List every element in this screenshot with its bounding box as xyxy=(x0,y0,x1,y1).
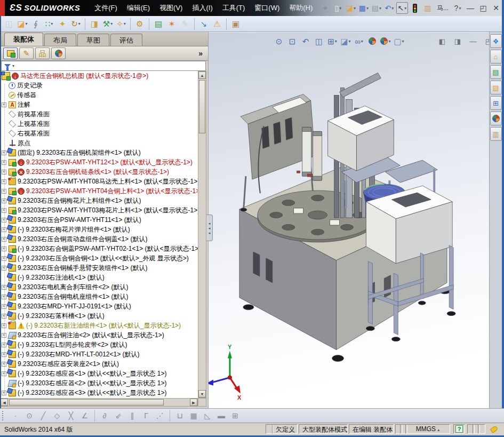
tree-item[interactable]: 历史记录 xyxy=(0,81,198,90)
menu-insert[interactable]: 插入(I) xyxy=(187,1,217,15)
tree-item[interactable]: 右视基准面 xyxy=(0,129,198,138)
menu-view[interactable]: 视图(V) xyxy=(155,1,187,15)
appearances-icon[interactable]: ▣ xyxy=(230,18,242,30)
open-icon[interactable]: ◪▾ xyxy=(345,2,357,14)
more-panels-button[interactable]: » xyxy=(198,49,203,58)
undo-icon[interactable]: ↶▾ xyxy=(383,2,395,14)
scroll-left-button[interactable]: ◀ xyxy=(1,399,8,406)
window-restore-button[interactable]: ◰ xyxy=(477,2,489,14)
pin-icon[interactable]: ✦ xyxy=(319,2,331,14)
plane-icon[interactable]: ▬ xyxy=(215,410,227,422)
snap-dots-icon[interactable]: ⋰ xyxy=(154,410,166,422)
tree-item[interactable]: +(-) 9.23203右压合铜合铜<1> (默认<<默认>_外观 显示状态>) xyxy=(0,253,198,263)
mate-icon[interactable]: ∮ xyxy=(30,18,42,30)
window-close-button[interactable]: ✕ xyxy=(490,2,502,14)
view-orientation-icon[interactable]: ⊞▾ xyxy=(326,35,338,47)
displaymanager-tab[interactable] xyxy=(51,47,66,59)
new-document-icon[interactable]: ▯▾ xyxy=(332,2,344,14)
dropdown-arrow-icon[interactable]: ▾ xyxy=(366,6,369,11)
menu-help[interactable]: 帮助(H) xyxy=(284,1,317,15)
tree-item[interactable]: +9.23203右PSW-AMT-YHT03梅花片上料<1> (默认<显示状态-… xyxy=(0,205,198,215)
solidworks-resources-icon[interactable]: ⌂ xyxy=(490,50,502,63)
tree-item[interactable]: 原点 xyxy=(0,138,198,148)
dropdown-arrow-icon[interactable]: ▾ xyxy=(78,21,81,26)
angle-snap-icon[interactable]: ◺ xyxy=(202,410,213,422)
dropdown-arrow-icon[interactable]: ▾ xyxy=(391,6,394,11)
window-minimize-button[interactable]: — xyxy=(465,2,476,14)
apply-scene-icon[interactable]: ▾ xyxy=(380,35,391,47)
graphics-viewport[interactable]: Y Z X xyxy=(208,32,489,408)
tree-item[interactable]: +×9.23203右压合铜机链条线<1> (默认<显示状态-1>) xyxy=(0,167,198,177)
file-explorer-icon[interactable]: ▧ xyxy=(490,81,502,94)
appearances-scenes-icon[interactable] xyxy=(490,112,502,125)
tab-sketch[interactable]: 草图 xyxy=(77,34,109,46)
dropdown-arrow-icon[interactable]: ▾ xyxy=(459,6,461,11)
tab-evaluate[interactable]: 评估 xyxy=(110,34,142,46)
dropdown-arrow-icon[interactable]: ▾ xyxy=(124,21,126,26)
rebuild-icon[interactable] xyxy=(409,2,421,14)
tab-layout[interactable]: 布局 xyxy=(44,34,76,46)
tree-item[interactable]: +(固定) 9.23203右压合铜机架组件<1> (默认) xyxy=(0,148,198,157)
menu-tools[interactable]: 工具(T) xyxy=(218,1,250,15)
save-icon[interactable]: ▦▾ xyxy=(358,2,370,14)
zoom-to-fit-icon[interactable]: ⊙ xyxy=(273,35,285,47)
hscroll-thumb[interactable] xyxy=(9,399,164,406)
dropdown-arrow-icon[interactable]: ▾ xyxy=(110,21,113,26)
snap-arrow-icon[interactable]: ⇙ xyxy=(113,410,124,422)
hide-show-items-icon[interactable]: ∞▾ xyxy=(353,35,365,47)
menu-edit[interactable]: 编辑(E) xyxy=(122,1,155,15)
tree-filter[interactable]: ▾ xyxy=(1,61,206,71)
tree-item[interactable]: +9.23203右压合铜注油<2> (默认<默认_显示状态-1>) xyxy=(0,330,198,340)
tab-assembly[interactable]: 装配体 xyxy=(4,33,43,46)
scroll-up-button[interactable]: ▲ xyxy=(198,71,206,79)
show-hidden-components-icon[interactable]: ◨ xyxy=(89,18,100,30)
tree-item[interactable]: +(-) 9.23203右落料槽<1> (默认) xyxy=(0,311,198,321)
dropdown-arrow-icon[interactable]: ▾ xyxy=(404,6,406,11)
tree-item[interactable]: +9.23203右感应器安装座2<1> (默认) xyxy=(0,359,198,369)
tree-horizontal-scrollbar[interactable]: ◀ ▶ xyxy=(0,398,198,407)
menu-window[interactable]: 窗口(W) xyxy=(250,1,284,15)
tree-item[interactable]: +(-) 9.23203右MRD-YHT-LT-0012<1> (默认) xyxy=(0,349,198,359)
status-tag-button[interactable] xyxy=(487,424,500,434)
collapse-left-pane-button[interactable]: ◧ xyxy=(436,36,448,46)
tree-item[interactable]: +↓9.23203右PSW-AMT-YHT04合铜上料<1> (默认<显示状态-… xyxy=(0,186,198,196)
status-help-button[interactable]: ? xyxy=(453,424,465,434)
tree-item[interactable]: +9.23203右压合铜梅花片上料组件<1> (默认) xyxy=(0,196,198,205)
previous-view-icon[interactable]: ↶ xyxy=(300,35,311,47)
file-properties-icon[interactable]: ▥ xyxy=(422,2,434,14)
collapse-right-pane-button[interactable]: ◨ xyxy=(452,36,463,46)
dropdown-arrow-icon[interactable]: ▾ xyxy=(26,21,28,26)
menu-file[interactable]: 文件(F) xyxy=(90,1,122,15)
featuremanager-tab[interactable] xyxy=(3,47,18,59)
table-icon[interactable]: ⊞ xyxy=(229,410,241,422)
snap-parallel-icon[interactable]: ∥ xyxy=(126,410,138,422)
scroll-down-button[interactable]: ▼ xyxy=(198,390,206,398)
tree-item[interactable]: +9.23203右电机离合刹车组件<2> (默认) xyxy=(0,282,198,292)
section-view-icon[interactable]: ◫ xyxy=(313,35,325,47)
child-minimize-button[interactable]: — xyxy=(467,36,479,46)
tree-item[interactable]: +9.23203右压合PSW-AMT-YHT11<1> (默认) xyxy=(0,215,198,225)
assembly-features-icon[interactable]: ⚒▾ xyxy=(102,18,114,30)
tree-item[interactable]: +(-) 9.23203右感应器<1> (默认<<默认>_显示状态 1>) xyxy=(0,369,198,378)
tree-item[interactable]: +9.23203右压合铜震动盘组件合铜盖<1> (默认) xyxy=(0,234,198,244)
smart-fasteners-icon[interactable]: ✦ xyxy=(57,18,68,30)
dropdown-arrow-icon[interactable]: ▾ xyxy=(379,6,381,11)
vscroll-thumb[interactable] xyxy=(199,80,205,133)
tree-item[interactable]: 前视基准面 xyxy=(0,109,198,119)
tree-item[interactable]: +(-) 9.23203右梅花片弹片组件<1> (默认) xyxy=(0,225,198,234)
exploded-view-icon[interactable]: ✶ xyxy=(166,18,178,30)
tree-item[interactable]: +9.23203右压合铜电机座组件<1> (默认) xyxy=(0,292,198,301)
insert-components-icon[interactable]: ◫ xyxy=(3,18,15,30)
view-settings-icon[interactable]: ▢▾ xyxy=(393,35,405,47)
motion-study-icon[interactable]: ⚙ xyxy=(134,18,146,30)
move-component-icon[interactable]: ↻▾ xyxy=(70,18,82,30)
tree-item[interactable]: +A注解 xyxy=(0,100,198,109)
sketch-trim-icon[interactable]: ╳ xyxy=(65,410,77,422)
tree-item[interactable]: +(-) 9.23203右L型同步轮皮带<2> (默认) xyxy=(0,340,198,349)
pane-splitter-handle[interactable]: ◂◂◂ xyxy=(206,214,213,241)
bill-of-materials-icon[interactable]: ▤ xyxy=(153,18,164,30)
print-icon[interactable]: ▤▾ xyxy=(371,2,382,14)
tree-item[interactable]: 传感器 xyxy=(0,90,198,100)
toolbar-grip[interactable] xyxy=(2,411,5,420)
sketch-point-icon[interactable]: ∙ xyxy=(10,410,21,422)
